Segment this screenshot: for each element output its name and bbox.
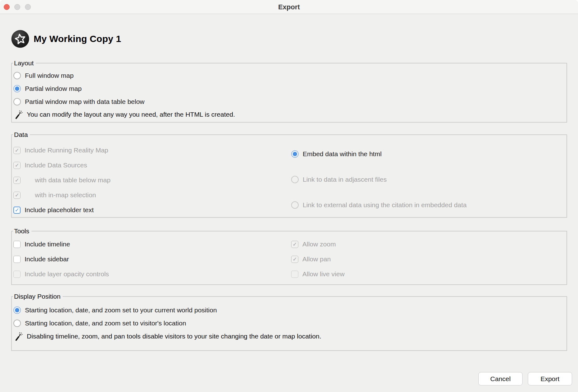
checkbox-include-sidebar[interactable]: Include sidebar [13,254,291,264]
magic-wand-icon [14,110,24,119]
radio-label: Embed data within the html [303,150,381,158]
radio-label: Starting location, date, and zoom set to… [25,320,186,327]
checkbox-label: Include placeholder text [25,206,94,214]
checkbox-label: Include timeline [25,240,70,248]
radio-icon [291,201,299,209]
export-dialog: Export My Working Copy 1 Layout [0,0,578,392]
radio-link-to-external-data: Link to external data using the citation… [291,200,563,210]
radio-icon[interactable] [13,98,21,105]
display-position-legend: Display Position [13,292,63,301]
checkbox-icon [291,241,298,248]
checkbox-label: Allow zoom [302,240,336,248]
radio-current-world-position[interactable]: Starting location, date, and zoom set to… [13,306,563,315]
radio-partial-window-map[interactable]: Partial window map [13,84,563,93]
checkbox-allow-live-view: Allow live view [291,269,563,279]
layout-tip: You can modify the layout any way you ne… [13,110,563,119]
checkbox-icon [13,147,21,154]
checkbox-include-placeholder-text[interactable]: Include placeholder text [13,205,291,215]
radio-icon[interactable] [13,320,21,327]
tools-legend: Tools [13,227,31,235]
radio-label: Link to data in adjascent files [303,176,387,183]
checkbox-with-in-map-selection: with in-map selection [13,190,291,200]
display-position-tip-text: Disabling timeline, zoom, and pan tools … [27,333,321,340]
checkbox-label: with data table below map [35,176,111,184]
layout-tip-text: You can modify the layout any way you ne… [27,111,235,118]
checkbox-icon[interactable] [13,256,21,263]
tools-group: Tools Include timeline Include sidebar I… [11,231,567,285]
checkbox-label: Allow pan [302,255,331,263]
checkbox-label: Include layer opacity controls [25,270,109,278]
checkbox-label: with in-map selection [35,191,96,199]
page-title: My Working Copy 1 [34,34,121,44]
cancel-button[interactable]: Cancel [478,372,523,385]
radio-icon[interactable] [13,72,21,79]
checkbox-label: Include Data Sources [25,161,87,169]
layout-legend: Layout [13,59,36,67]
checkbox-icon [13,192,21,199]
checkbox-allow-zoom: Allow zoom [291,240,563,249]
radio-link-to-data-in-adjascent-files: Link to data in adjascent files [291,175,563,184]
radio-partial-window-map-with-table[interactable]: Partial window map with data table below [13,97,563,106]
checkbox-icon[interactable] [13,241,21,248]
tools-left-column: Include timeline Include sidebar Include… [13,240,291,279]
checkbox-label: Include Running Reality Map [25,147,108,154]
star-badge-icon [11,30,29,48]
radio-label: Full window map [25,72,73,79]
data-legend: Data [13,131,30,139]
checkbox-label: Allow live view [302,270,344,278]
radio-label: Partial window map [25,85,82,92]
document-header: My Working Copy 1 [11,30,567,48]
checkbox-include-running-reality-map: Include Running Reality Map [13,146,291,155]
data-group: Data Include Running Reality Map Include… [11,134,567,218]
magic-wand-icon [14,331,24,341]
radio-selected-icon[interactable] [291,150,299,158]
radio-label: Link to external data using the citation… [303,201,467,209]
window-title: Export [0,0,578,14]
export-button[interactable]: Export [528,372,572,385]
checkbox-include-data-sources: Include Data Sources [13,161,291,170]
radio-visitors-location[interactable]: Starting location, date, and zoom set to… [13,319,563,328]
checkbox-icon [291,271,298,278]
checkbox-with-data-table-below-map: with data table below map [13,175,291,185]
data-checkbox-column: Include Running Reality Map Include Data… [13,146,291,215]
checkbox-icon [13,162,21,169]
checkbox-include-layer-opacity-controls: Include layer opacity controls [13,269,291,279]
checkbox-label: Include sidebar [25,255,69,263]
checkbox-allow-pan: Allow pan [291,254,563,264]
radio-selected-icon[interactable] [13,306,21,314]
layout-group: Layout Full window map Partial window ma… [11,63,567,123]
display-position-tip: Disabling timeline, zoom, and pan tools … [13,332,563,341]
tools-right-column: Allow zoom Allow pan Allow live view [291,240,563,279]
dialog-footer: Cancel Export [478,372,572,385]
data-radio-column: Embed data within the html Link to data … [291,146,563,215]
display-position-group: Display Position Starting location, date… [11,296,567,351]
titlebar: Export [0,0,578,14]
checkbox-icon [13,177,21,184]
radio-label: Partial window map with data table below [25,98,144,105]
radio-label: Starting location, date, and zoom set to… [25,306,217,314]
radio-full-window-map[interactable]: Full window map [13,71,563,80]
checkbox-icon [13,271,21,278]
checkbox-checked-icon[interactable] [13,207,21,214]
radio-icon [291,176,299,183]
checkbox-include-timeline[interactable]: Include timeline [13,240,291,249]
radio-selected-icon[interactable] [13,85,21,92]
radio-embed-data-within-html[interactable]: Embed data within the html [291,149,563,159]
checkbox-icon [291,256,298,263]
